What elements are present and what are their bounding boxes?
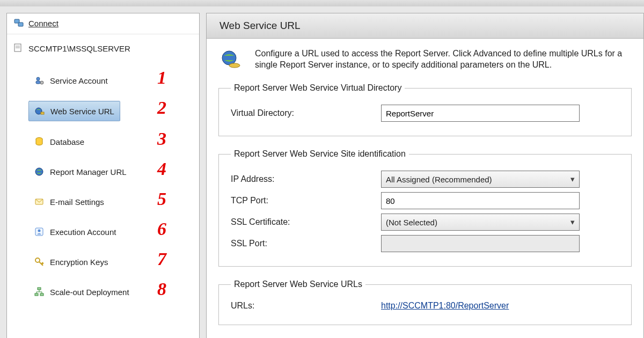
group-urls: Report Server Web Service URLs URLs: htt… bbox=[218, 280, 632, 325]
email-settings-icon bbox=[34, 196, 45, 207]
sidebar-item-e-mail-settings[interactable]: E-mail Settings bbox=[28, 192, 109, 211]
label-ip-address: IP Address: bbox=[231, 174, 381, 184]
sidebar-item-web-service-url[interactable]: Web Service URL bbox=[28, 101, 120, 121]
web-service-url-icon bbox=[34, 106, 45, 116]
window-toolbar-strip bbox=[0, 0, 644, 6]
chevron-down-icon: ▾ bbox=[570, 174, 575, 184]
server-name: SCCMTP1\MSSQLSERVER bbox=[28, 44, 130, 53]
link-report-server-url[interactable]: http://SCCMTP1:80/ReportServer bbox=[381, 301, 509, 311]
chevron-down-icon: ▾ bbox=[570, 217, 575, 227]
globe-icon bbox=[218, 48, 242, 74]
left-panel: Connect SCCMTP1\MSSQLSERVER Service Acco… bbox=[6, 13, 200, 338]
annotation-number: 8 bbox=[157, 279, 166, 299]
sidebar-item-label: Database bbox=[50, 137, 84, 146]
svg-point-14 bbox=[38, 230, 41, 232]
sidebar-item-label: Scale-out Deployment bbox=[50, 288, 129, 297]
server-icon bbox=[12, 43, 23, 54]
encryption-keys-icon bbox=[34, 256, 45, 267]
sidebar-item-database[interactable]: Database bbox=[28, 132, 90, 151]
svg-rect-1 bbox=[18, 23, 23, 26]
svg-point-5 bbox=[36, 77, 40, 80]
annotation-number: 1 bbox=[157, 68, 166, 88]
label-tcp-port: TCP Port: bbox=[231, 196, 381, 205]
svg-rect-9 bbox=[41, 112, 44, 114]
report-manager-url-icon bbox=[34, 166, 45, 177]
svg-rect-16 bbox=[38, 288, 41, 290]
input-virtual-directory[interactable] bbox=[381, 105, 580, 122]
annotation-number: 6 bbox=[157, 219, 166, 239]
dropdown-sslcert-value: (Not Selected) bbox=[386, 218, 437, 227]
label-urls: URLs: bbox=[231, 301, 381, 311]
svg-point-11 bbox=[35, 168, 43, 175]
sidebar-item-label: Encryption Keys bbox=[50, 258, 108, 267]
svg-point-20 bbox=[229, 63, 240, 68]
group-site-identification: Report Server Web Service Site identific… bbox=[218, 149, 632, 267]
sidebar-item-label: Execution Account bbox=[50, 227, 116, 237]
sidebar-item-execution-account[interactable]: Execution Account bbox=[28, 222, 121, 241]
sidebar-item-report-manager-url[interactable]: Report Manager URL bbox=[28, 162, 132, 181]
sidebar-item-encryption-keys[interactable]: Encryption Keys bbox=[28, 252, 113, 271]
input-ssl-port bbox=[381, 235, 580, 252]
connect-icon bbox=[13, 18, 24, 28]
dropdown-ssl-certificate[interactable]: (Not Selected) ▾ bbox=[381, 214, 580, 231]
server-node[interactable]: SCCMTP1\MSSQLSERVER bbox=[7, 34, 199, 58]
label-virtual-directory: Virtual Directory: bbox=[231, 108, 381, 118]
label-ssl-port: SSL Port: bbox=[231, 239, 381, 248]
svg-rect-18 bbox=[40, 293, 43, 296]
svg-rect-6 bbox=[36, 81, 40, 84]
annotation-number: 3 bbox=[157, 129, 166, 149]
right-panel: Web Service URL Configure a URL used to … bbox=[206, 13, 644, 338]
svg-rect-17 bbox=[35, 293, 38, 296]
annotation-number: 4 bbox=[157, 159, 166, 179]
legend-site: Report Server Web Service Site identific… bbox=[231, 149, 409, 159]
intro-text: Configure a URL used to access the Repor… bbox=[255, 48, 632, 74]
sidebar-item-label: Report Manager URL bbox=[50, 167, 127, 177]
connect-header[interactable]: Connect bbox=[7, 13, 199, 34]
annotation-number: 2 bbox=[157, 98, 166, 118]
dropdown-ip-value: All Assigned (Recommended) bbox=[386, 175, 492, 184]
annotation-number: 5 bbox=[157, 189, 166, 209]
sidebar-item-label: Service Account bbox=[50, 76, 108, 85]
sidebar-item-label: E-mail Settings bbox=[50, 197, 104, 207]
execution-account-icon bbox=[34, 226, 45, 237]
sidebar-item-scale-out-deployment[interactable]: Scale-out Deployment bbox=[28, 282, 135, 302]
legend-vdir: Report Server Web Service Virtual Direct… bbox=[231, 83, 405, 93]
label-ssl-certificate: SSL Certificate: bbox=[231, 217, 381, 227]
sidebar-item-service-account[interactable]: Service Account bbox=[28, 71, 113, 90]
svg-point-15 bbox=[35, 258, 40, 262]
svg-point-7 bbox=[40, 81, 43, 84]
input-tcp-port[interactable] bbox=[381, 192, 580, 209]
annotation-number: 7 bbox=[157, 249, 166, 269]
page-heading: Web Service URL bbox=[207, 13, 643, 39]
group-virtual-directory: Report Server Web Service Virtual Direct… bbox=[218, 83, 632, 136]
connect-label: Connect bbox=[28, 19, 58, 28]
svg-point-19 bbox=[222, 51, 236, 65]
database-icon bbox=[34, 136, 45, 147]
sidebar-item-label: Web Service URL bbox=[50, 107, 114, 116]
scaleout-deployment-icon bbox=[34, 286, 45, 297]
service-account-icon bbox=[34, 75, 45, 86]
dropdown-ip-address[interactable]: All Assigned (Recommended) ▾ bbox=[381, 171, 580, 188]
legend-urls: Report Server Web Service URLs bbox=[231, 280, 365, 289]
